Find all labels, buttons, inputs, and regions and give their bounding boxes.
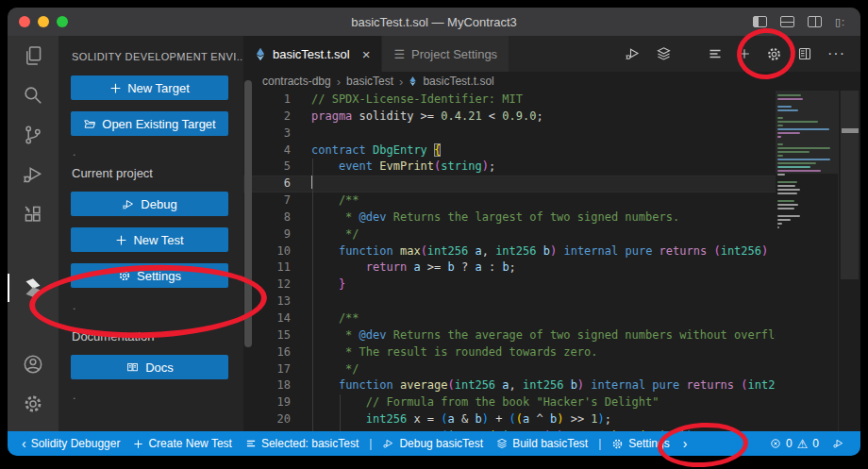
indent-guide — [312, 159, 313, 431]
output-preview-icon[interactable] — [797, 46, 812, 61]
zoom-window-button[interactable] — [57, 16, 68, 27]
sidebar-title: SOLIDITY DEVELOPMENT ENVI... — [72, 51, 243, 62]
search-icon[interactable] — [8, 75, 58, 115]
code-line[interactable]: 5 event EvmPrint(string); — [243, 159, 776, 176]
code-line[interactable]: 4contract DbgEntry { — [243, 142, 776, 159]
status-label: Settings — [628, 437, 669, 450]
toggle-panel-icon[interactable] — [780, 16, 794, 27]
code-line[interactable]: 3 — [243, 126, 776, 142]
tab-basictest[interactable]: basicTest.t.sol × — [243, 36, 381, 72]
code-line[interactable]: 20 int256 x = (a & b) + ((a ^ b) >> 1); — [243, 411, 776, 428]
sidebar-dot: . — [73, 147, 243, 157]
code-line[interactable]: 18 function average(int256 a, int256 b) … — [243, 377, 776, 394]
layers-icon — [496, 438, 508, 449]
code-line[interactable]: 15 * @dev Returns the average of two sig… — [243, 327, 776, 344]
customize-layout-icon[interactable]: ▯: — [835, 16, 845, 27]
sidebar-scrollbar[interactable] — [244, 80, 252, 347]
docs-button[interactable]: Docs — [71, 355, 228, 379]
code-line[interactable]: 9 */ — [243, 226, 776, 243]
status-settings[interactable]: Settings — [605, 431, 676, 456]
tab-label: basicTest.t.sol — [273, 47, 350, 61]
list-flat-icon[interactable] — [708, 46, 723, 61]
tab-bar: basicTest.t.sol × ☰ Project Settings — [243, 36, 860, 72]
tab-close-icon[interactable]: × — [362, 46, 371, 62]
code-lines: 1// SPDX-License-Identifier: MIT2pragma … — [243, 92, 776, 431]
code-line[interactable]: 1// SPDX-License-Identifier: MIT — [243, 92, 776, 109]
status-label: Build basicTest — [512, 437, 588, 450]
status-build-basictest[interactable]: Build basicTest — [490, 431, 594, 456]
close-window-button[interactable] — [19, 16, 30, 27]
code-line[interactable]: 2pragma solidity >= 0.4.21 < 0.9.0; — [243, 109, 776, 126]
new-target-button[interactable]: New Target — [71, 75, 228, 100]
explorer-icon[interactable] — [8, 36, 58, 75]
status-separator: | — [365, 437, 376, 450]
code-line[interactable]: 21 return x + (int256(uint256(x) >> 255)… — [243, 428, 776, 431]
extensions-icon[interactable] — [8, 194, 58, 234]
source-control-icon[interactable] — [8, 115, 58, 155]
minimize-window-button[interactable] — [38, 16, 49, 27]
manage-gear-icon[interactable] — [8, 384, 58, 424]
status-selected-test[interactable]: Selected: basicTest — [239, 431, 365, 456]
debug-icon — [832, 438, 844, 449]
settings-button[interactable]: Settings — [71, 263, 228, 288]
ethereum-icon — [255, 47, 266, 61]
status-solidity-debugger[interactable]: ‹ Solidity Debugger — [15, 431, 126, 456]
code-line[interactable]: 7 /** — [243, 193, 776, 209]
debug-action-icon[interactable] — [625, 46, 641, 61]
breadcrumb-folder[interactable]: contracts-dbg — [262, 75, 331, 88]
breadcrumb-folder[interactable]: basicTest — [346, 75, 393, 88]
minimap[interactable] — [776, 91, 838, 431]
toggle-sidebar-right-icon[interactable] — [808, 16, 822, 27]
settings-gear-icon[interactable] — [766, 46, 782, 62]
tab-project-settings[interactable]: ☰ Project Settings — [381, 36, 509, 72]
activity-bar — [8, 36, 58, 431]
code-line[interactable]: 6 — [243, 176, 776, 193]
open-existing-target-button[interactable]: Open Existing Target — [71, 111, 228, 136]
code-editor[interactable]: 1// SPDX-License-Identifier: MIT2pragma … — [243, 91, 860, 431]
more-actions-icon[interactable]: ··· — [827, 45, 845, 62]
debug-button[interactable]: Debug — [71, 192, 228, 216]
overview-ruler-cursor-mark — [842, 128, 859, 133]
editor-group: basicTest.t.sol × ☰ Project Settings — [243, 36, 860, 431]
sidebar-dot: . — [73, 301, 243, 310]
code-line[interactable]: 16 * The result is rounded towards zero. — [243, 344, 776, 361]
debug-icon — [382, 438, 394, 449]
breadcrumb-file[interactable]: basicTest.t.sol — [423, 75, 493, 88]
breadcrumb[interactable]: contracts-dbg › basicTest › basicTest.t.… — [243, 72, 860, 91]
code-line[interactable]: 13 — [243, 293, 776, 310]
traffic-lights — [19, 16, 68, 27]
vscode-window: basicTest.t.sol — MyContract3 ▯: — [8, 8, 860, 456]
code-line[interactable]: 11 return a >= b ? a : b; — [243, 260, 776, 276]
status-label: Solidity Debugger — [31, 437, 121, 450]
code-line[interactable]: 19 // Formula from the book "Hacker's De… — [243, 394, 776, 411]
run-debug-icon[interactable] — [8, 155, 58, 194]
status-bar: ‹ Solidity Debugger Create New Test Sele… — [8, 431, 860, 456]
chevron-right-icon: › — [683, 436, 688, 451]
status-debug-console-icon[interactable] — [826, 438, 851, 449]
gear-icon — [118, 269, 131, 282]
status-problems[interactable]: 0 ⚠ 0 — [763, 437, 826, 450]
code-line[interactable]: 10 function max(int256 a, int256 b) inte… — [243, 243, 776, 260]
debug-label: Debug — [141, 197, 176, 211]
scrollbar-zone[interactable] — [838, 91, 860, 431]
new-test-button[interactable]: New Test — [71, 227, 228, 252]
code-line[interactable]: 14 /** — [243, 310, 776, 327]
warning-icon: ⚠ — [797, 438, 809, 450]
minimap-lines — [776, 94, 838, 228]
code-line[interactable]: 8 * @dev Returns the largest of two sign… — [243, 209, 776, 226]
status-chevron-right[interactable]: › — [676, 431, 694, 456]
build-layers-icon[interactable] — [656, 46, 672, 61]
scrollbar-thumb[interactable] — [841, 91, 859, 279]
code-line[interactable]: 17 */ — [243, 361, 776, 378]
account-icon[interactable] — [8, 344, 58, 384]
toggle-sidebar-left-icon[interactable] — [753, 16, 767, 27]
list-icon — [245, 438, 257, 449]
solidity-extension-icon[interactable] — [8, 268, 58, 308]
editor-actions: ··· — [625, 36, 860, 72]
screenshot-stage: basicTest.t.sol — MyContract3 ▯: — [0, 0, 868, 469]
add-action-icon[interactable] — [738, 47, 751, 60]
code-line[interactable]: 12 } — [243, 276, 776, 293]
status-debug-basictest[interactable]: Debug basicTest — [376, 431, 490, 456]
tab-label: Project Settings — [411, 47, 497, 61]
status-create-new-test[interactable]: Create New Test — [126, 431, 238, 456]
